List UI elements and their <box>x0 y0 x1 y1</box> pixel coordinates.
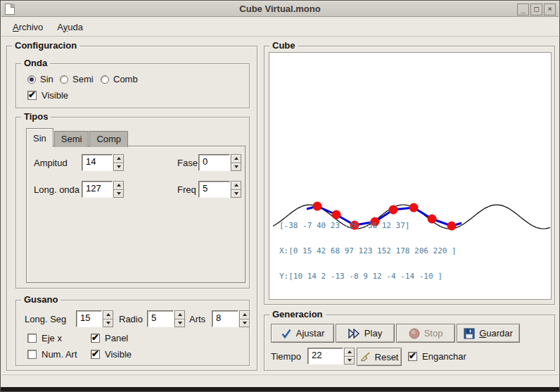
spin-up-icon[interactable] <box>113 181 124 190</box>
amplitud-spinner <box>113 154 124 171</box>
spin-down-icon[interactable] <box>344 357 355 365</box>
play-button[interactable]: Play <box>336 324 395 343</box>
checkbox-onda-visible-label: Visible <box>42 90 68 101</box>
tiempo-entry[interactable]: 22 <box>307 348 343 365</box>
tab-semi[interactable]: Semi <box>54 131 89 147</box>
wave-data-readout: [-38 -7 40 23 -26 -38 12 37] X:[0 15 42 … <box>279 205 457 298</box>
tab-comp[interactable]: Comp <box>89 131 128 147</box>
menu-ayuda[interactable]: Ayuda <box>51 19 89 35</box>
radio-sin[interactable] <box>27 75 36 84</box>
ajustar-button[interactable]: Ajustar <box>271 324 334 343</box>
radio-comb[interactable] <box>101 75 109 84</box>
spin-up-icon[interactable] <box>103 310 113 320</box>
group-tipos-title: Tipos <box>21 111 51 122</box>
broom-icon <box>360 352 371 362</box>
amplitud-entry[interactable]: 14 <box>82 154 113 171</box>
group-configuracion-title: Configuracion <box>12 40 79 51</box>
checkbox-enganchar[interactable] <box>408 352 417 361</box>
spin-down-icon[interactable] <box>174 320 185 328</box>
checkbox-num-art[interactable] <box>27 350 37 359</box>
long-seg-label: Long. Seg <box>25 314 66 324</box>
checkbox-gusano-visible-label: Visible <box>105 349 132 360</box>
check-icon <box>281 328 292 339</box>
play-icon <box>348 329 360 339</box>
tiempo-label: Tiempo <box>271 351 301 362</box>
freq-spinner <box>231 181 241 198</box>
checkbox-panel-label: Panel <box>105 333 128 343</box>
spin-down-icon[interactable] <box>231 163 241 172</box>
reset-button[interactable]: Reset <box>357 348 402 366</box>
maximize-button[interactable]: □ <box>530 4 542 15</box>
spin-down-icon[interactable] <box>113 163 124 172</box>
spin-down-icon[interactable] <box>231 190 241 198</box>
long-onda-spinner <box>113 181 124 198</box>
checkbox-enganchar-label: Enganchar <box>422 351 466 362</box>
radio-comb-label: Comb <box>113 74 138 84</box>
checkbox-num-art-label: Num. Art <box>42 349 77 360</box>
long-seg-entry[interactable]: 15 <box>76 310 102 327</box>
radio-semi-label: Semi <box>72 74 94 84</box>
group-onda: Onda Sin Semi Comb Visible <box>15 63 250 108</box>
radio-sin-label: Sin <box>40 74 53 84</box>
fase-entry[interactable]: 0 <box>198 154 230 171</box>
radio-seg-label: Radio <box>119 314 143 324</box>
long-onda-entry[interactable]: 127 <box>82 181 113 198</box>
spin-up-icon[interactable] <box>174 310 185 320</box>
checkbox-panel[interactable] <box>91 334 100 343</box>
long-onda-label: Long. onda <box>34 184 79 195</box>
tab-sin[interactable]: Sin <box>26 128 53 147</box>
stop-icon <box>409 328 420 339</box>
amplitud-label: Ampitud <box>34 158 68 168</box>
group-generacion-title: Generacion <box>269 309 326 320</box>
group-cube: Cube [-38 -7 40 23 -26 -38 12 37] X:[0 1… <box>264 46 555 305</box>
checkbox-onda-visible[interactable] <box>27 91 37 100</box>
minimize-button[interactable]: _ <box>517 4 529 15</box>
long-seg-spinner <box>103 310 113 327</box>
checkbox-eje-x[interactable] <box>27 334 37 343</box>
spin-up-icon[interactable] <box>344 348 355 357</box>
checkbox-gusano-visible[interactable] <box>91 350 100 359</box>
radio-spinner <box>174 310 185 327</box>
spin-down-icon[interactable] <box>103 320 113 328</box>
stop-button[interactable]: Stop <box>396 324 455 343</box>
radio-semi[interactable] <box>60 75 68 84</box>
guardar-button[interactable]: Guardar <box>457 324 520 343</box>
group-onda-title: Onda <box>21 58 50 68</box>
group-gusano-title: Gusano <box>21 294 61 305</box>
close-button[interactable]: × <box>544 4 556 15</box>
wave-header-values: [-38 -7 40 23 -26 -38 12 37] <box>279 222 457 230</box>
spin-up-icon[interactable] <box>231 181 241 190</box>
window-icon <box>5 4 15 15</box>
wave-x-values: X:[0 15 42 68 97 123 152 178 206 220 ] <box>279 247 457 255</box>
window-title: Cube Virtual.mono <box>1 4 559 14</box>
wave-y-values: Y:[10 14 2 -13 -8 9 12 -4 -14 -10 ] <box>279 272 457 281</box>
status-bar <box>1 374 559 387</box>
spin-up-icon[interactable] <box>231 154 241 163</box>
menu-archivo[interactable]: Archivo <box>7 19 49 35</box>
fase-spinner <box>231 154 241 171</box>
tipos-notebook-page: Ampitud 14 Fase 0 Long. onda 127 Freq 5 <box>26 146 246 283</box>
menu-bar: Archivo Ayuda <box>1 18 559 37</box>
radio-entry[interactable]: 5 <box>147 310 174 327</box>
arts-entry[interactable]: 8 <box>212 310 238 327</box>
checkbox-eje-x-label: Eje x <box>42 333 62 343</box>
spin-down-icon[interactable] <box>239 320 250 328</box>
app-window: Cube Virtual.mono _ □ × Archivo Ayuda Co… <box>0 0 560 392</box>
group-generacion: Generacion Ajustar Play Stop Guardar Tie… <box>264 315 555 371</box>
spin-up-icon[interactable] <box>239 310 250 320</box>
cube-canvas[interactable]: [-38 -7 40 23 -26 -38 12 37] X:[0 15 42 … <box>269 52 552 300</box>
spin-up-icon[interactable] <box>113 154 124 163</box>
window-bottom-edge <box>1 387 559 391</box>
arts-spinner <box>239 310 250 327</box>
save-icon <box>464 328 475 339</box>
tiempo-spinner <box>344 348 355 365</box>
title-bar: Cube Virtual.mono _ □ × <box>1 1 559 17</box>
fase-label: Fase <box>177 158 198 168</box>
spin-down-icon[interactable] <box>113 190 124 198</box>
arts-label: Arts <box>189 314 205 324</box>
group-gusano: Gusano Long. Seg 15 Radio 5 Arts 8 Eje x… <box>15 300 250 366</box>
group-tipos: Tipos Sin Semi Comp Ampitud 14 Fase 0 Lo… <box>15 117 250 289</box>
freq-entry[interactable]: 5 <box>198 181 230 198</box>
group-configuracion: Configuracion Onda Sin Semi Comb Visible… <box>6 46 257 371</box>
freq-label: Freq <box>177 184 196 195</box>
